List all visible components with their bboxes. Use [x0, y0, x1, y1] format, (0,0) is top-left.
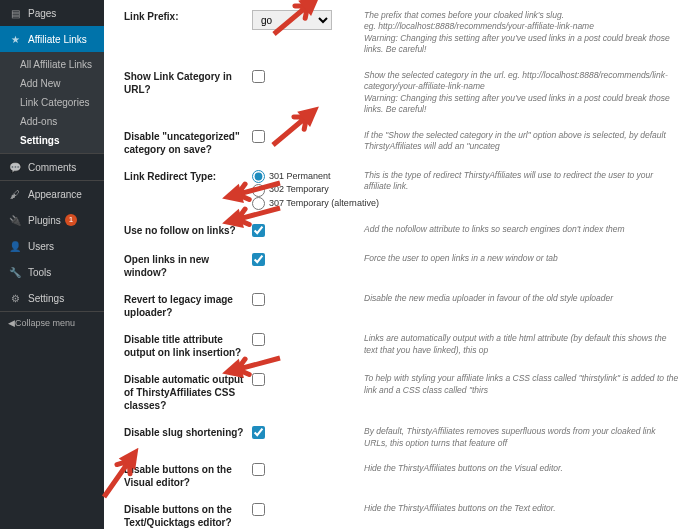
setting-row-visual-buttons: Disable buttons on the Visual editor?Hid…: [124, 463, 680, 489]
css-classes-checkbox[interactable]: [252, 373, 265, 386]
radio-label: 302 Temporary: [269, 183, 329, 197]
setting-control: [252, 373, 364, 388]
admin-sidebar: ▤ Pages ★ Affiliate Links All Affiliate …: [0, 0, 104, 529]
setting-description: Add the nofollow attribute to links so s…: [364, 224, 680, 235]
setting-label: Use no follow on links?: [124, 224, 252, 237]
tool-icon: 🔧: [8, 265, 22, 279]
sidebar-item-label: Settings: [28, 293, 64, 304]
new-window-checkbox[interactable]: [252, 253, 265, 266]
sidebar-subitem-categories[interactable]: Link Categories: [0, 93, 104, 112]
setting-description: Hide the ThirstyAffiliates buttons on th…: [364, 463, 680, 474]
redirect-type-radio-302[interactable]: [252, 184, 265, 197]
sidebar-item-users[interactable]: 👤 Users: [0, 233, 104, 259]
sidebar-subitem-settings[interactable]: Settings: [0, 131, 104, 150]
setting-description: Show the selected category in the url. e…: [364, 70, 680, 116]
nofollow-checkbox[interactable]: [252, 224, 265, 237]
comment-icon: 💬: [8, 160, 22, 174]
setting-row-disable-uncategorized: Disable "uncategorized" category on save…: [124, 130, 680, 156]
setting-label: Disable automatic output of ThirstyAffil…: [124, 373, 252, 412]
title-attr-checkbox[interactable]: [252, 333, 265, 346]
setting-row-nofollow: Use no follow on links?Add the nofollow …: [124, 224, 680, 239]
setting-control: [252, 426, 364, 441]
setting-control: [252, 293, 364, 308]
sidebar-item-plugins[interactable]: 🔌 Plugins 1: [0, 207, 104, 233]
slug-shortening-checkbox[interactable]: [252, 426, 265, 439]
setting-control: [252, 224, 364, 239]
redirect-type-radio-301[interactable]: [252, 170, 265, 183]
setting-control: [252, 463, 364, 478]
setting-label: Disable slug shortening?: [124, 426, 252, 439]
radio-label: 307 Temporary (alternative): [269, 197, 379, 211]
setting-row-slug-shortening: Disable slug shortening?By default, Thir…: [124, 426, 680, 449]
sidebar-item-label: Tools: [28, 267, 51, 278]
setting-row-quicktag-buttons: Disable buttons on the Text/Quicktags ed…: [124, 503, 680, 529]
setting-label: Open links in new window?: [124, 253, 252, 279]
setting-description: This is the type of redirect ThirstyAffi…: [364, 170, 680, 193]
setting-description: By default, ThirstyAffiliates removes su…: [364, 426, 680, 449]
setting-label: Disable buttons on the Text/Quicktags ed…: [124, 503, 252, 529]
link-prefix-select[interactable]: go: [252, 10, 332, 30]
setting-row-title-attr: Disable title attribute output on link i…: [124, 333, 680, 359]
collapse-menu[interactable]: ◀ Collapse menu: [0, 311, 104, 334]
sidebar-item-comments[interactable]: 💬 Comments: [0, 153, 104, 180]
plugin-icon: 🔌: [8, 213, 22, 227]
setting-description: To help with styling your affiliate link…: [364, 373, 680, 396]
setting-control: [252, 130, 364, 145]
setting-label: Disable title attribute output on link i…: [124, 333, 252, 359]
redirect-type-radio-307[interactable]: [252, 197, 265, 210]
setting-control: [252, 503, 364, 518]
settings-panel: Link Prefix:goThe prefix that comes befo…: [104, 0, 700, 529]
sidebar-item-label: Affiliate Links: [28, 34, 87, 45]
sidebar-item-label: Pages: [28, 8, 56, 19]
setting-label: Disable buttons on the Visual editor?: [124, 463, 252, 489]
sidebar-item-affiliate-links[interactable]: ★ Affiliate Links: [0, 26, 104, 52]
redirect-type-option-302[interactable]: 302 Temporary: [252, 183, 356, 197]
sidebar-item-tools[interactable]: 🔧 Tools: [0, 259, 104, 285]
sidebar-item-appearance[interactable]: 🖌 Appearance: [0, 180, 104, 207]
radio-label: 301 Permanent: [269, 170, 331, 184]
sidebar-item-pages[interactable]: ▤ Pages: [0, 0, 104, 26]
setting-label: Show Link Category in URL?: [124, 70, 252, 96]
link-icon: ★: [8, 32, 22, 46]
disable-uncategorized-checkbox[interactable]: [252, 130, 265, 143]
setting-description: Force the user to open links in a new wi…: [364, 253, 680, 264]
setting-control: [252, 70, 364, 85]
collapse-label: Collapse menu: [15, 318, 75, 328]
setting-description: Hide the ThirstyAffiliates buttons on th…: [364, 503, 680, 514]
sidebar-item-label: Comments: [28, 162, 76, 173]
sidebar-item-label: Plugins: [28, 215, 61, 226]
user-icon: 👤: [8, 239, 22, 253]
plugin-badge: 1: [65, 214, 77, 226]
setting-row-new-window: Open links in new window?Force the user …: [124, 253, 680, 279]
show-category-checkbox[interactable]: [252, 70, 265, 83]
setting-label: Revert to legacy image uploader?: [124, 293, 252, 319]
setting-description: The prefix that comes before your cloake…: [364, 10, 680, 56]
settings-icon: ⚙: [8, 291, 22, 305]
setting-row-legacy-uploader: Revert to legacy image uploader?Disable …: [124, 293, 680, 319]
redirect-type-option-301[interactable]: 301 Permanent: [252, 170, 356, 184]
setting-row-show-category: Show Link Category in URL?Show the selec…: [124, 70, 680, 116]
sidebar-subitem-addons[interactable]: Add-ons: [0, 112, 104, 131]
legacy-uploader-checkbox[interactable]: [252, 293, 265, 306]
collapse-icon: ◀: [8, 318, 15, 328]
redirect-type-option-307[interactable]: 307 Temporary (alternative): [252, 197, 356, 211]
page-icon: ▤: [8, 6, 22, 20]
sidebar-subitem-all[interactable]: All Affiliate Links: [0, 55, 104, 74]
setting-description: Links are automatically output with a ti…: [364, 333, 680, 356]
setting-row-css-classes: Disable automatic output of ThirstyAffil…: [124, 373, 680, 412]
setting-label: Disable "uncategorized" category on save…: [124, 130, 252, 156]
visual-buttons-checkbox[interactable]: [252, 463, 265, 476]
sidebar-subitem-add-new[interactable]: Add New: [0, 74, 104, 93]
setting-control: 301 Permanent302 Temporary307 Temporary …: [252, 170, 364, 211]
setting-label: Link Redirect Type:: [124, 170, 252, 183]
setting-control: [252, 253, 364, 268]
appearance-icon: 🖌: [8, 187, 22, 201]
sidebar-item-label: Appearance: [28, 189, 82, 200]
setting-row-link-prefix: Link Prefix:goThe prefix that comes befo…: [124, 10, 680, 56]
setting-control: go: [252, 10, 364, 30]
setting-description: Disable the new media uploader in favour…: [364, 293, 680, 304]
setting-row-redirect-type: Link Redirect Type:301 Permanent302 Temp…: [124, 170, 680, 211]
sidebar-item-label: Users: [28, 241, 54, 252]
quicktag-buttons-checkbox[interactable]: [252, 503, 265, 516]
sidebar-item-settings[interactable]: ⚙ Settings: [0, 285, 104, 311]
